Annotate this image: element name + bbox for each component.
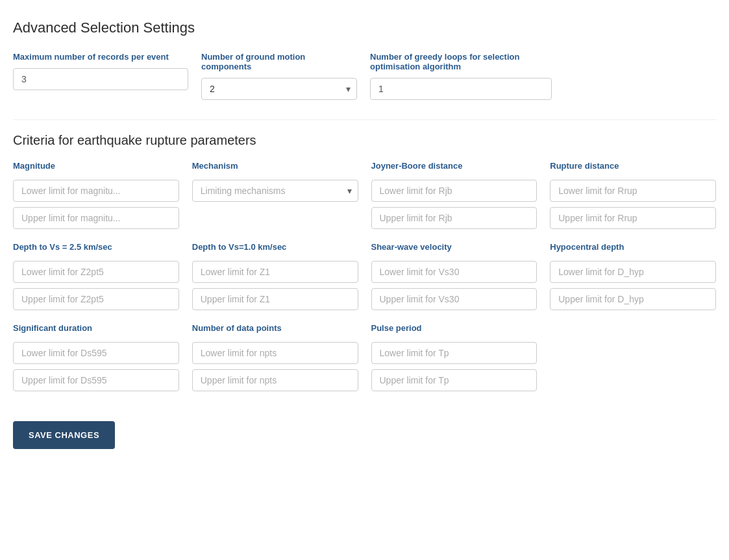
joyner-boore-column: Joyner-Boore distance bbox=[371, 161, 537, 229]
depth-vs25-column: Depth to Vs = 2.5 km/sec bbox=[13, 242, 179, 310]
criteria-section: Criteria for earthquake rupture paramete… bbox=[13, 133, 716, 391]
rjb-upper-input[interactable] bbox=[371, 207, 537, 229]
rrup-upper-input[interactable] bbox=[550, 207, 716, 229]
rupture-distance-column: Rupture distance bbox=[550, 161, 716, 229]
depth-vs25-label: Depth to Vs = 2.5 km/sec bbox=[13, 242, 179, 252]
shear-wave-label: Shear-wave velocity bbox=[371, 242, 537, 252]
hypocentral-label: Hypocentral depth bbox=[550, 242, 716, 252]
ground-motion-select[interactable]: 1 2 3 bbox=[201, 78, 357, 100]
mechanism-select[interactable]: Limiting mechanisms Normal Reverse Strik… bbox=[192, 180, 358, 202]
depth-vs10-column: Depth to Vs=1.0 km/sec bbox=[192, 242, 358, 310]
advanced-settings-section: Maximum number of records per event Numb… bbox=[13, 52, 716, 100]
page-title: Advanced Selection Settings bbox=[13, 19, 716, 36]
top-fields-row: Maximum number of records per event Numb… bbox=[13, 52, 716, 100]
z2pt5-lower-input[interactable] bbox=[13, 261, 179, 283]
max-records-field: Maximum number of records per event bbox=[13, 52, 188, 90]
rupture-distance-label: Rupture distance bbox=[550, 161, 716, 171]
greedy-loops-field: Number of greedy loops for selection opt… bbox=[370, 52, 552, 100]
tp-lower-input[interactable] bbox=[371, 342, 537, 364]
sig-duration-label: Significant duration bbox=[13, 323, 179, 333]
criteria-section-title: Criteria for earthquake rupture paramete… bbox=[13, 133, 716, 148]
z1-lower-input[interactable] bbox=[192, 261, 358, 283]
ground-motion-select-wrapper: 1 2 3 bbox=[201, 78, 357, 100]
tp-upper-input[interactable] bbox=[371, 369, 537, 391]
ground-motion-field: Number of ground motion components 1 2 3 bbox=[201, 52, 357, 100]
pulse-period-label: Pulse period bbox=[371, 323, 537, 333]
section-divider bbox=[13, 119, 716, 120]
joyner-boore-label: Joyner-Boore distance bbox=[371, 161, 537, 171]
greedy-loops-label: Number of greedy loops for selection opt… bbox=[370, 52, 552, 71]
vs30-upper-input[interactable] bbox=[371, 288, 537, 310]
vs30-lower-input[interactable] bbox=[371, 261, 537, 283]
magnitude-label: Magnitude bbox=[13, 161, 179, 171]
empty-column bbox=[550, 323, 716, 391]
depth-vs10-label: Depth to Vs=1.0 km/sec bbox=[192, 242, 358, 252]
criteria-row-3: Significant duration Number of data poin… bbox=[13, 323, 716, 391]
dhyp-upper-input[interactable] bbox=[550, 288, 716, 310]
data-points-label: Number of data points bbox=[192, 323, 358, 333]
shear-wave-column: Shear-wave velocity bbox=[371, 242, 537, 310]
z2pt5-upper-input[interactable] bbox=[13, 288, 179, 310]
ds595-upper-input[interactable] bbox=[13, 369, 179, 391]
sig-duration-column: Significant duration bbox=[13, 323, 179, 391]
npts-lower-input[interactable] bbox=[192, 342, 358, 364]
z1-upper-input[interactable] bbox=[192, 288, 358, 310]
save-changes-button[interactable]: SAVE CHANGES bbox=[13, 421, 115, 449]
rjb-lower-input[interactable] bbox=[371, 180, 537, 202]
mechanism-select-wrapper: Limiting mechanisms Normal Reverse Strik… bbox=[192, 180, 358, 202]
magnitude-column: Magnitude bbox=[13, 161, 179, 229]
pulse-period-column: Pulse period bbox=[371, 323, 537, 391]
max-records-label: Maximum number of records per event bbox=[13, 52, 188, 62]
rrup-lower-input[interactable] bbox=[550, 180, 716, 202]
mechanism-label: Mechanism bbox=[192, 161, 358, 171]
magnitude-upper-input[interactable] bbox=[13, 207, 179, 229]
ground-motion-label: Number of ground motion components bbox=[201, 52, 357, 71]
magnitude-lower-input[interactable] bbox=[13, 180, 179, 202]
ds595-lower-input[interactable] bbox=[13, 342, 179, 364]
criteria-row-1: Magnitude Mechanism Limiting mechanisms … bbox=[13, 161, 716, 229]
max-records-input[interactable] bbox=[13, 68, 188, 90]
criteria-row-2: Depth to Vs = 2.5 km/sec Depth to Vs=1.0… bbox=[13, 242, 716, 310]
npts-upper-input[interactable] bbox=[192, 369, 358, 391]
mechanism-column: Mechanism Limiting mechanisms Normal Rev… bbox=[192, 161, 358, 229]
dhyp-lower-input[interactable] bbox=[550, 261, 716, 283]
greedy-loops-input[interactable] bbox=[370, 78, 552, 100]
hypocentral-column: Hypocentral depth bbox=[550, 242, 716, 310]
data-points-column: Number of data points bbox=[192, 323, 358, 391]
